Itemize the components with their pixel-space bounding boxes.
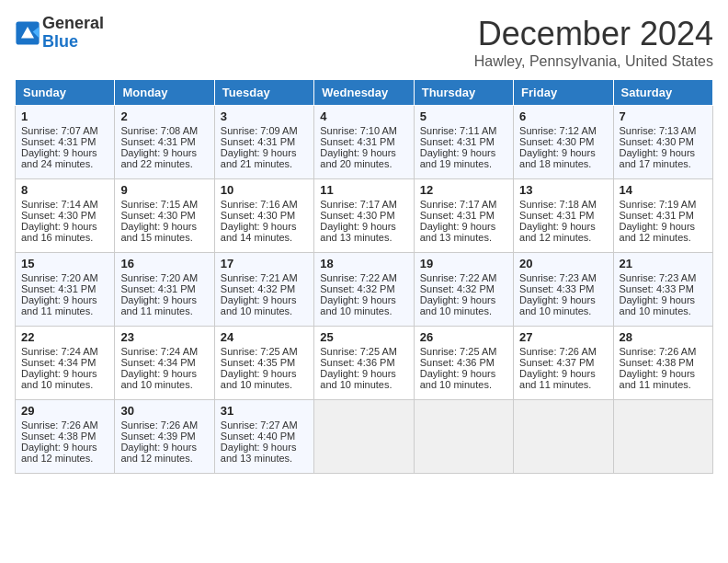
day-number: 20 (519, 257, 607, 270)
calendar-cell: 19Sunrise: 7:22 AMSunset: 4:32 PMDayligh… (414, 253, 513, 327)
daylight-text: Daylight: 9 hours and 11 minutes. (21, 294, 108, 316)
sunset-text: Sunset: 4:31 PM (221, 136, 308, 147)
calendar-cell: 7Sunrise: 7:13 AMSunset: 4:30 PMDaylight… (613, 106, 712, 179)
calendar-cell (514, 400, 613, 474)
sunrise-text: Sunrise: 7:25 AM (320, 346, 407, 357)
day-number: 9 (120, 183, 208, 197)
daylight-text: Daylight: 9 hours and 10 minutes. (21, 368, 108, 390)
daylight-text: Daylight: 9 hours and 15 minutes. (120, 221, 208, 243)
calendar-cell: 27Sunrise: 7:26 AMSunset: 4:37 PMDayligh… (514, 327, 613, 400)
sunrise-text: Sunrise: 7:24 AM (120, 346, 208, 357)
sunset-text: Sunset: 4:33 PM (620, 283, 707, 294)
daylight-text: Daylight: 9 hours and 12 minutes. (620, 221, 707, 243)
day-number: 13 (519, 183, 607, 197)
calendar-cell: 18Sunrise: 7:22 AMSunset: 4:32 PMDayligh… (314, 253, 414, 327)
daylight-text: Daylight: 9 hours and 18 minutes. (519, 147, 607, 169)
header-row: SundayMondayTuesdayWednesdayThursdayFrid… (16, 80, 713, 106)
sunrise-text: Sunrise: 7:10 AM (320, 125, 407, 136)
sunset-text: Sunset: 4:31 PM (420, 136, 507, 147)
daylight-text: Daylight: 9 hours and 13 minutes. (320, 221, 407, 243)
daylight-text: Daylight: 9 hours and 10 minutes. (519, 294, 607, 316)
sunset-text: Sunset: 4:31 PM (120, 283, 208, 294)
sunset-text: Sunset: 4:30 PM (221, 210, 308, 221)
day-number: 3 (221, 109, 308, 123)
calendar-body: 1Sunrise: 7:07 AMSunset: 4:31 PMDaylight… (16, 106, 713, 474)
daylight-text: Daylight: 9 hours and 10 minutes. (320, 368, 407, 390)
day-number: 31 (221, 404, 308, 418)
calendar-cell: 24Sunrise: 7:25 AMSunset: 4:35 PMDayligh… (214, 327, 313, 400)
day-number: 29 (21, 404, 108, 418)
day-number: 27 (519, 330, 607, 344)
sunset-text: Sunset: 4:32 PM (221, 283, 308, 294)
calendar-cell: 26Sunrise: 7:25 AMSunset: 4:36 PMDayligh… (414, 327, 513, 400)
logo-blue-text: Blue (42, 33, 104, 52)
sunset-text: Sunset: 4:30 PM (320, 210, 407, 221)
daylight-text: Daylight: 9 hours and 14 minutes. (221, 221, 308, 243)
day-number: 12 (420, 183, 507, 197)
daylight-text: Daylight: 9 hours and 10 minutes. (620, 294, 707, 316)
daylight-text: Daylight: 9 hours and 10 minutes. (221, 294, 308, 316)
calendar-cell: 20Sunrise: 7:23 AMSunset: 4:33 PMDayligh… (514, 253, 613, 327)
daylight-text: Daylight: 9 hours and 10 minutes. (221, 368, 308, 390)
day-number: 4 (320, 109, 407, 123)
sunset-text: Sunset: 4:38 PM (21, 431, 108, 442)
sunrise-text: Sunrise: 7:09 AM (221, 125, 308, 136)
day-number: 14 (620, 183, 707, 197)
sunrise-text: Sunrise: 7:26 AM (21, 419, 108, 431)
day-number: 15 (21, 257, 108, 270)
sunset-text: Sunset: 4:36 PM (320, 357, 407, 368)
day-number: 23 (120, 330, 208, 344)
day-number: 8 (21, 183, 108, 197)
day-number: 6 (519, 109, 607, 123)
sunset-text: Sunset: 4:32 PM (420, 283, 507, 294)
calendar-cell: 13Sunrise: 7:18 AMSunset: 4:31 PMDayligh… (514, 179, 613, 253)
daylight-text: Daylight: 9 hours and 17 minutes. (620, 147, 707, 169)
sunrise-text: Sunrise: 7:26 AM (519, 346, 607, 357)
daylight-text: Daylight: 9 hours and 10 minutes. (120, 368, 208, 390)
calendar-cell: 22Sunrise: 7:24 AMSunset: 4:34 PMDayligh… (16, 327, 115, 400)
header-cell-monday: Monday (115, 80, 214, 106)
day-number: 11 (320, 183, 407, 197)
day-number: 19 (420, 257, 507, 270)
calendar-cell (613, 400, 712, 474)
daylight-text: Daylight: 9 hours and 12 minutes. (519, 221, 607, 243)
sunset-text: Sunset: 4:30 PM (120, 210, 208, 221)
daylight-text: Daylight: 9 hours and 11 minutes. (620, 368, 707, 390)
header-cell-friday: Friday (514, 80, 613, 106)
daylight-text: Daylight: 9 hours and 11 minutes. (519, 368, 607, 390)
sunset-text: Sunset: 4:40 PM (221, 431, 308, 442)
sunset-text: Sunset: 4:38 PM (620, 357, 707, 368)
sunrise-text: Sunrise: 7:20 AM (21, 272, 108, 283)
sunset-text: Sunset: 4:34 PM (120, 357, 208, 368)
sunrise-text: Sunrise: 7:26 AM (620, 346, 707, 357)
calendar-cell: 29Sunrise: 7:26 AMSunset: 4:38 PMDayligh… (16, 400, 115, 474)
sunrise-text: Sunrise: 7:18 AM (519, 199, 607, 210)
calendar-cell: 2Sunrise: 7:08 AMSunset: 4:31 PMDaylight… (115, 106, 214, 179)
calendar-cell: 8Sunrise: 7:14 AMSunset: 4:30 PMDaylight… (16, 179, 115, 253)
calendar-cell: 10Sunrise: 7:16 AMSunset: 4:30 PMDayligh… (214, 179, 313, 253)
day-number: 24 (221, 330, 308, 344)
sunrise-text: Sunrise: 7:15 AM (120, 199, 208, 210)
day-number: 18 (320, 257, 407, 270)
calendar-cell: 6Sunrise: 7:12 AMSunset: 4:30 PMDaylight… (514, 106, 613, 179)
sunrise-text: Sunrise: 7:23 AM (519, 272, 607, 283)
calendar-cell: 30Sunrise: 7:26 AMSunset: 4:39 PMDayligh… (115, 400, 214, 474)
calendar-cell: 1Sunrise: 7:07 AMSunset: 4:31 PMDaylight… (16, 106, 115, 179)
day-number: 1 (21, 109, 108, 123)
daylight-text: Daylight: 9 hours and 19 minutes. (420, 147, 507, 169)
logo: General Blue (15, 15, 104, 52)
sunrise-text: Sunrise: 7:24 AM (21, 346, 108, 357)
sunrise-text: Sunrise: 7:13 AM (620, 125, 707, 136)
daylight-text: Daylight: 9 hours and 20 minutes. (320, 147, 407, 169)
calendar-cell: 16Sunrise: 7:20 AMSunset: 4:31 PMDayligh… (115, 253, 214, 327)
sunrise-text: Sunrise: 7:25 AM (221, 346, 308, 357)
sunset-text: Sunset: 4:31 PM (620, 210, 707, 221)
sunrise-text: Sunrise: 7:27 AM (221, 419, 308, 431)
calendar-week-4: 22Sunrise: 7:24 AMSunset: 4:34 PMDayligh… (16, 327, 713, 400)
month-title: December 2024 (474, 15, 713, 53)
calendar-cell: 31Sunrise: 7:27 AMSunset: 4:40 PMDayligh… (214, 400, 313, 474)
calendar-cell: 4Sunrise: 7:10 AMSunset: 4:31 PMDaylight… (314, 106, 414, 179)
calendar-cell: 23Sunrise: 7:24 AMSunset: 4:34 PMDayligh… (115, 327, 214, 400)
sunrise-text: Sunrise: 7:19 AM (620, 199, 707, 210)
calendar-cell: 12Sunrise: 7:17 AMSunset: 4:31 PMDayligh… (414, 179, 513, 253)
